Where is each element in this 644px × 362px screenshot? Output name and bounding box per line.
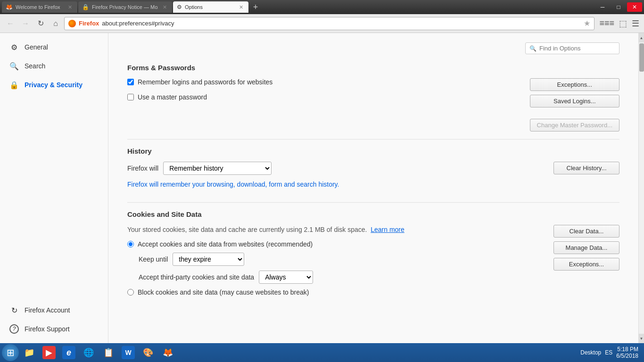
taskbar-app-file-explorer[interactable]: 📁: [20, 344, 39, 361]
back-button[interactable]: ←: [4, 17, 17, 30]
file-explorer-icon: 📁: [23, 346, 36, 359]
taskbar-app-word[interactable]: W: [119, 344, 138, 361]
tab-privacy-close[interactable]: ✕: [161, 3, 168, 11]
master-password-checkbox[interactable]: [127, 94, 134, 100]
change-master-password-button[interactable]: Change Master Password...: [530, 119, 619, 132]
chrome-icon: 🌐: [82, 346, 95, 359]
sidebar-item-search[interactable]: 🔍 Search: [0, 57, 108, 75]
new-tab-button[interactable]: +: [249, 1, 262, 13]
tab-privacy-notice[interactable]: 🔒 Firefox Privacy Notice — Mozil… ✕: [78, 1, 172, 13]
tab-options-close[interactable]: ✕: [237, 3, 245, 11]
window-controls: ─ □ ✕: [595, 2, 642, 12]
tab-options[interactable]: ⚙ Options ✕: [173, 1, 248, 13]
main-layout: ⚙ General 🔍 Search 🔒 Privacy & Security …: [0, 33, 644, 343]
history-right: Clear History...: [553, 162, 619, 174]
content-area: 🔍 Forms & Passwords Remember logins and …: [108, 33, 638, 343]
scrollbar-track-area: [639, 42, 644, 334]
forms-passwords-row: Remember logins and passwords for websit…: [127, 78, 619, 132]
keep-until-select[interactable]: they expire I close Firefox ask me every…: [173, 253, 244, 266]
taskbar-time: 5:18 PM: [617, 346, 638, 353]
sticky-icon: 📋: [102, 346, 115, 359]
lock-icon: 🔒: [9, 80, 19, 90]
exceptions-button-cookies[interactable]: Exceptions...: [553, 258, 619, 271]
firefox-will-label: Firefox will: [127, 165, 158, 172]
reload-button[interactable]: ↻: [34, 17, 47, 30]
third-party-select[interactable]: Always From visited Never: [259, 271, 313, 284]
cookies-header: Cookies and Site Data: [127, 210, 619, 218]
block-cookies-radio[interactable]: [127, 289, 134, 296]
sidebar-item-privacy[interactable]: 🔒 Privacy & Security: [0, 75, 108, 94]
taskbar-app-paint[interactable]: 🎨: [139, 344, 157, 361]
tab-options-icon: ⚙: [177, 4, 182, 10]
maximize-button[interactable]: □: [611, 2, 626, 12]
master-password-label: Use a master password: [138, 93, 207, 101]
tab-privacy-icon: 🔒: [82, 4, 89, 10]
taskbar-app-firefox[interactable]: 🦊: [158, 344, 177, 361]
tab-welcome-close[interactable]: ✕: [66, 3, 74, 11]
scrollbar-thumb[interactable]: [639, 43, 644, 72]
history-select-row: Firefox will Remember history Never reme…: [127, 162, 544, 175]
sync-icon: ↻: [9, 305, 19, 315]
synced-tabs-icon[interactable]: ⬚: [618, 17, 628, 30]
menu-icon[interactable]: ☰: [631, 17, 640, 30]
tab-welcome[interactable]: 🦊 Welcome to Firefox ✕: [2, 1, 77, 13]
master-password-row: Use a master password: [127, 93, 520, 101]
exceptions-button-forms[interactable]: Exceptions...: [530, 78, 619, 91]
forms-passwords-right: Exceptions... Saved Logins... Change Mas…: [530, 78, 619, 132]
taskbar-app-sticky[interactable]: 📋: [99, 344, 118, 361]
taskbar-app-media-player[interactable]: ▶: [40, 344, 58, 361]
taskbar-app-ie[interactable]: e: [59, 344, 78, 361]
cookies-left: Your stored cookies, site data and cache…: [127, 225, 544, 301]
tab-welcome-icon: 🦊: [6, 4, 13, 10]
block-cookies-row: Block cookies and site data (may cause w…: [127, 288, 544, 296]
close-button[interactable]: ✕: [627, 2, 642, 12]
minimize-button[interactable]: ─: [595, 2, 610, 12]
scrollbar-up[interactable]: ▲: [639, 33, 644, 42]
saved-logins-button[interactable]: Saved Logins...: [530, 95, 619, 107]
word-icon: W: [122, 346, 135, 359]
nav-bar: ← → ↻ ⌂ Firefox about:preferences#privac…: [0, 14, 644, 33]
tab-options-label: Options: [185, 4, 203, 10]
history-left: Firefox will Remember history Never reme…: [127, 162, 544, 195]
taskbar-right: Desktop ES 5:18 PM 6/5/2018: [580, 346, 642, 359]
learn-more-link[interactable]: Learn more: [371, 226, 405, 233]
media-player-icon: ▶: [42, 346, 56, 359]
history-row-outer: Firefox will Remember history Never reme…: [127, 162, 619, 195]
remember-logins-checkbox[interactable]: [127, 79, 134, 85]
find-input[interactable]: [539, 45, 615, 52]
forms-passwords-section: Forms & Passwords Remember logins and pa…: [127, 64, 619, 132]
accept-cookies-radio[interactable]: [127, 241, 134, 247]
ie-icon: e: [62, 346, 75, 359]
divider-2: [127, 202, 619, 203]
history-section: History Firefox will Remember history Ne…: [127, 147, 619, 195]
cookies-row-outer: Your stored cookies, site data and cache…: [127, 225, 619, 301]
sidebar-item-general[interactable]: ⚙ General: [0, 38, 108, 57]
sidebar-item-firefox-account[interactable]: ↻ Firefox Account: [0, 301, 108, 320]
clear-data-button[interactable]: Clear Data...: [553, 225, 619, 238]
cookies-section: Cookies and Site Data Your stored cookie…: [127, 210, 619, 301]
home-button[interactable]: ⌂: [49, 17, 62, 30]
address-bar[interactable]: Firefox about:preferences#privacy ★: [64, 17, 594, 30]
taskbar-app-chrome[interactable]: 🌐: [79, 344, 98, 361]
forward-button[interactable]: →: [19, 17, 32, 30]
accept-cookies-row: Accept cookies and site data from websit…: [127, 240, 544, 248]
history-select[interactable]: Remember history Never remember history …: [163, 162, 272, 175]
start-button[interactable]: ⊞: [2, 344, 19, 361]
find-input-wrap[interactable]: 🔍: [525, 42, 619, 54]
cookies-description: Your stored cookies, site data and cache…: [127, 225, 544, 235]
bookmark-icon[interactable]: ★: [584, 19, 590, 28]
taskbar: ⊞ 📁 ▶ e 🌐 📋 W 🎨 🦊 Desktop ES 5:18 PM 6/5…: [0, 343, 644, 362]
sidebar-item-firefox-support[interactable]: ? Firefox Support: [0, 320, 108, 338]
sidebar: ⚙ General 🔍 Search 🔒 Privacy & Security …: [0, 33, 108, 343]
desktop-label: Desktop: [580, 349, 601, 356]
scrollbar[interactable]: ▲ ▼: [638, 33, 644, 343]
manage-data-button[interactable]: Manage Data...: [553, 241, 619, 254]
url-text: about:preferences#privacy: [102, 20, 581, 27]
lang-label: ES: [605, 349, 612, 356]
scrollbar-down[interactable]: ▼: [639, 334, 644, 343]
third-party-row: Accept third-party cookies and site data…: [139, 271, 544, 284]
firefox-taskbar-icon: 🦊: [161, 346, 174, 359]
remember-logins-label: Remember logins and passwords for websit…: [138, 78, 272, 86]
library-icon[interactable]: ≡≡≡: [598, 17, 615, 29]
clear-history-button[interactable]: Clear History...: [553, 162, 619, 174]
